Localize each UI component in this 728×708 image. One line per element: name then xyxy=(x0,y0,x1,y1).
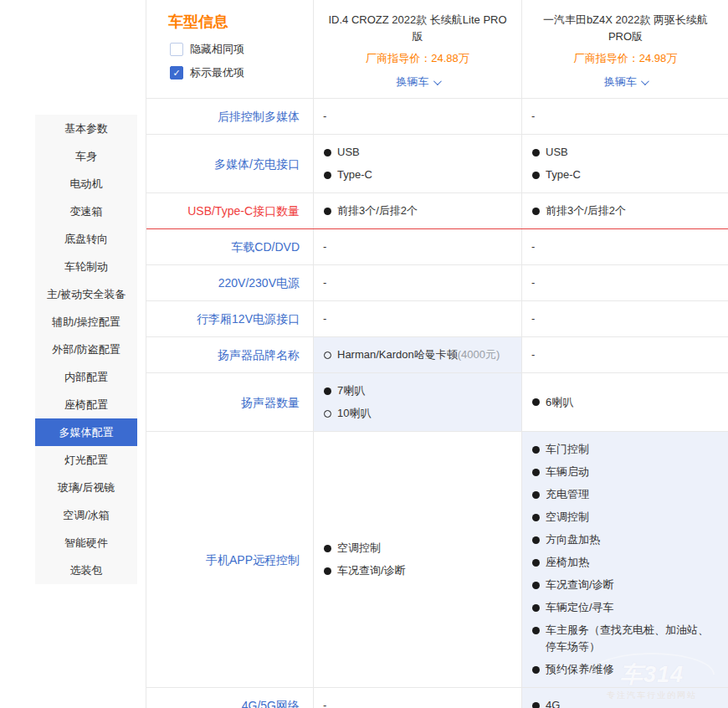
spec-value-cell: - xyxy=(521,229,728,264)
filled-dot-icon xyxy=(532,446,540,454)
sidebar-item[interactable]: 座椅配置 xyxy=(35,391,137,418)
spec-item-text: - xyxy=(531,239,535,255)
spec-item: 6喇叭 xyxy=(531,394,719,411)
sidebar-item[interactable]: 外部/防盗配置 xyxy=(35,336,137,363)
comparison-table: 车型信息 隐藏相同项 ✓ 标示最优项 ID.4 CROZZ 2022款 长续航L… xyxy=(146,0,728,708)
spec-value-cell: - xyxy=(313,265,521,300)
spec-item: 座椅加热 xyxy=(531,554,719,571)
sidebar-item[interactable]: 车轮制动 xyxy=(35,253,137,280)
spec-value-cell: USBType-C xyxy=(313,135,521,192)
table-header-info-cell: 车型信息 隐藏相同项 ✓ 标示最优项 xyxy=(146,0,313,98)
filled-dot-icon xyxy=(532,666,540,674)
car-name: ID.4 CROZZ 2022款 长续航Lite PRO版 xyxy=(326,12,510,45)
spec-item: Harman/Kardon哈曼卡顿 (4000元) xyxy=(323,346,511,363)
hide-same-checkbox[interactable]: 隐藏相同项 xyxy=(170,42,313,57)
spec-label[interactable]: 多媒体/充电接口 xyxy=(146,135,313,192)
filled-dot-icon xyxy=(532,582,540,589)
filled-dot-icon xyxy=(324,567,331,575)
filled-dot-icon xyxy=(532,172,540,179)
sidebar-item[interactable]: 底盘转向 xyxy=(35,225,137,253)
spec-row: 后排控制多媒体-- xyxy=(146,99,728,135)
spec-label[interactable]: 扬声器品牌名称 xyxy=(146,337,313,372)
spec-item-text: 预约保养/维修 xyxy=(546,661,614,678)
spec-row: 行李厢12V电源接口-- xyxy=(146,301,728,337)
spec-label[interactable]: 4G/5G网络 xyxy=(146,688,313,708)
spec-item: - xyxy=(531,274,719,291)
car-name: 一汽丰田bZ4X 2022款 两驱长续航PRO版 xyxy=(534,12,717,45)
spec-row: 车载CD/DVD-- xyxy=(146,229,728,265)
spec-item-text: 车主服务（查找充电桩、加油站、停车场等） xyxy=(546,622,719,655)
price-label: 厂商指导价： xyxy=(574,52,639,64)
spec-item: 车辆启动 xyxy=(531,464,719,480)
hide-same-label: 隐藏相同项 xyxy=(190,42,244,57)
filled-dot-icon xyxy=(532,627,540,634)
spec-item-text: 4G xyxy=(546,697,560,708)
spec-value-cell: - xyxy=(521,337,728,372)
sidebar-item[interactable]: 空调/冰箱 xyxy=(35,501,137,529)
spec-item: - xyxy=(531,239,719,255)
spec-item-text: - xyxy=(323,108,326,125)
sidebar-item[interactable]: 主/被动安全装备 xyxy=(35,280,137,308)
sidebar-item[interactable]: 内部配置 xyxy=(35,363,137,391)
spec-item-text: - xyxy=(531,274,535,291)
spec-label[interactable]: 手机APP远程控制 xyxy=(146,432,313,687)
sidebar-item[interactable]: 电动机 xyxy=(35,170,137,198)
spec-item: - xyxy=(531,310,719,327)
spec-label-highlighted[interactable]: USB/Type-C接口数量 xyxy=(146,193,313,228)
spec-label[interactable]: 车载CD/DVD xyxy=(146,229,313,264)
spec-item: 车门控制 xyxy=(531,441,719,458)
sidebar-item[interactable]: 基本参数 xyxy=(35,115,137,142)
filled-dot-icon xyxy=(532,208,540,215)
sidebar-item[interactable]: 灯光配置 xyxy=(35,446,137,474)
sidebar-item-active[interactable]: 多媒体配置 xyxy=(35,418,137,446)
spec-item: - xyxy=(323,108,511,125)
filled-dot-icon xyxy=(324,172,331,179)
sidebar-item[interactable]: 智能硬件 xyxy=(35,529,137,557)
spec-item: - xyxy=(531,346,719,363)
checkbox-checked-icon[interactable]: ✓ xyxy=(170,66,183,80)
spec-item-text: 车门控制 xyxy=(546,441,589,458)
sidebar-item[interactable]: 玻璃/后视镜 xyxy=(35,474,137,501)
sidebar-item[interactable]: 辅助/操控配置 xyxy=(35,308,137,336)
mark-best-checkbox[interactable]: ✓ 标示最优项 xyxy=(170,65,313,80)
spec-item-text: - xyxy=(531,310,535,327)
spec-item: 10喇叭 xyxy=(323,405,511,422)
spec-value-cell: - xyxy=(313,229,521,264)
filled-dot-icon xyxy=(532,469,540,476)
spec-item-extra: (4000元) xyxy=(458,346,500,363)
sidebar-item[interactable]: 车身 xyxy=(35,142,137,170)
price-label: 厂商指导价： xyxy=(366,52,431,64)
spec-item-text: 车辆定位/寻车 xyxy=(546,599,614,616)
switch-car-link-1[interactable]: 换辆车 xyxy=(397,74,439,90)
spec-value-cell: - xyxy=(313,688,521,708)
filled-dot-icon xyxy=(532,604,540,612)
spec-value-cell: 前排3个/后排2个 xyxy=(313,193,521,228)
switch-car-label: 换辆车 xyxy=(397,74,429,90)
spec-value-cell: - xyxy=(521,265,728,300)
spec-item-text: Type-C xyxy=(337,167,372,183)
spec-item: USB xyxy=(531,144,719,161)
spec-row: 手机APP远程控制空调控制车况查询/诊断车门控制车辆启动充电管理空调控制方向盘加… xyxy=(146,432,728,688)
spec-item: 前排3个/后排2个 xyxy=(531,203,719,219)
spec-value-cell: - xyxy=(521,301,728,336)
spec-item-text: - xyxy=(323,274,326,291)
spec-row: 扬声器数量7喇叭10喇叭6喇叭 xyxy=(146,373,728,432)
spec-label[interactable]: 后排控制多媒体 xyxy=(146,99,313,134)
spec-label[interactable]: 220V/230V电源 xyxy=(146,265,313,300)
price-value: 24.98万 xyxy=(639,52,678,64)
checkbox-unchecked-icon[interactable] xyxy=(170,43,183,56)
sidebar-item[interactable]: 变速箱 xyxy=(35,198,137,225)
spec-label[interactable]: 扬声器数量 xyxy=(146,373,313,431)
page-title: 车型信息 xyxy=(168,12,313,32)
sidebar-item[interactable]: 选装包 xyxy=(35,557,137,584)
spec-item: 7喇叭 xyxy=(323,382,511,399)
spec-value-cell: - xyxy=(313,301,521,336)
spec-item: 预约保养/维修 xyxy=(531,661,719,678)
price-value: 24.88万 xyxy=(431,52,469,64)
spec-item-text: USB xyxy=(337,144,360,161)
spec-item-text: - xyxy=(323,697,326,708)
spec-label[interactable]: 行李厢12V电源接口 xyxy=(146,301,313,336)
spec-item-text: 前排3个/后排2个 xyxy=(337,203,418,219)
switch-car-link-2[interactable]: 换辆车 xyxy=(604,74,647,90)
spec-row: 220V/230V电源-- xyxy=(146,265,728,301)
